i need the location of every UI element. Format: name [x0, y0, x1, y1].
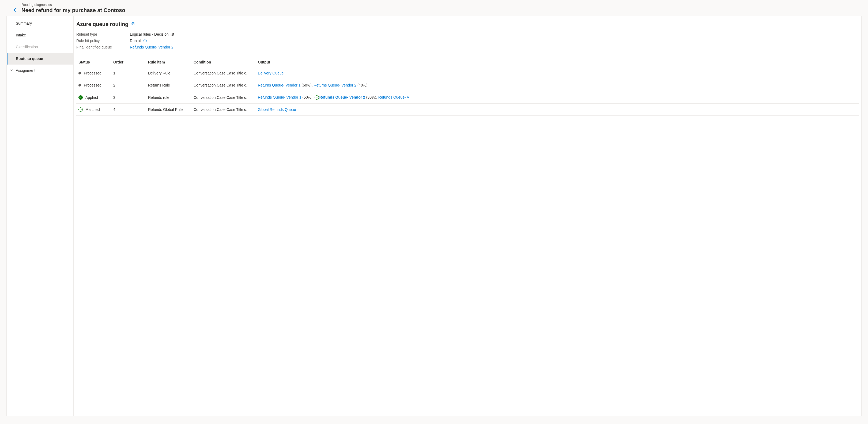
- order-cell: 1: [111, 67, 146, 79]
- main-title: Azure queue routing: [76, 21, 859, 27]
- sidebar-item-summary[interactable]: Summary: [7, 18, 73, 29]
- output-link[interactable]: Refunds Queue- Vendor 1: [258, 95, 302, 99]
- output-link[interactable]: Global Refunds Queue: [258, 108, 296, 112]
- rule-item-cell: Refunds Global Rule: [146, 104, 191, 116]
- info-icon[interactable]: [143, 39, 147, 42]
- rules-table: Status Order Rule item Condition Output …: [76, 57, 859, 116]
- rule-hit-policy-label: Rule hit policy: [76, 38, 130, 43]
- status-text: Processed: [84, 83, 101, 87]
- back-arrow-icon[interactable]: [13, 7, 18, 13]
- condition-cell: Conversation.Case.Case Title c…: [191, 91, 256, 104]
- rule-hit-policy-value: Run all: [130, 38, 147, 43]
- status-check-solid-icon: [79, 95, 83, 100]
- status-dot-icon: [79, 84, 81, 87]
- status-check-outline-icon: [79, 108, 83, 112]
- ruleset-type-value: Logical rules - Decision list: [130, 32, 174, 36]
- status-dot-icon: [79, 72, 81, 74]
- output-cell: Returns Queue- Vendor 1 (60%), Returns Q…: [256, 79, 859, 91]
- chevron-down-icon: [10, 69, 12, 72]
- output-link[interactable]: Refunds Queue- Vendor 2: [319, 95, 365, 99]
- svg-rect-2: [145, 40, 145, 41]
- popout-icon[interactable]: [130, 22, 135, 27]
- output-link[interactable]: Returns Queue- Vendor 2: [314, 83, 356, 87]
- output-link[interactable]: Returns Queue- Vendor 1: [258, 83, 301, 87]
- ruleset-type-label: Ruleset type: [76, 32, 130, 36]
- final-queue-link[interactable]: Refunds Queue- Vendor 2: [130, 45, 174, 49]
- sidebar-item-route-to-queue[interactable]: Route to queue: [7, 53, 73, 65]
- page-header: Routing diagnostics Need refund for my p…: [0, 0, 868, 16]
- rule-item-cell: Delivery Rule: [146, 67, 191, 79]
- sidebar: Summary Intake Classification Route to q…: [7, 16, 74, 416]
- table-row[interactable]: Processed1Delivery RuleConversation.Case…: [76, 67, 859, 79]
- sidebar-item-assignment[interactable]: Assignment: [7, 65, 73, 76]
- col-header-status[interactable]: Status: [76, 57, 111, 67]
- final-queue-label: Final identified queue: [76, 45, 130, 49]
- rule-item-cell: Returns Rule: [146, 79, 191, 91]
- sidebar-item-label: Assignment: [16, 68, 35, 72]
- output-link[interactable]: Delivery Queue: [258, 71, 284, 75]
- table-row[interactable]: Matched4Refunds Global RuleConversation.…: [76, 104, 859, 116]
- rule-item-cell: Refunds rule: [146, 91, 191, 104]
- output-suffix: (60%),: [301, 83, 314, 87]
- order-cell: 2: [111, 79, 146, 91]
- table-row[interactable]: Applied3Refunds ruleConversation.Case.Ca…: [76, 91, 859, 104]
- output-cell: Refunds Queue- Vendor 1 (50%), Refunds Q…: [256, 91, 859, 104]
- breadcrumb: Routing diagnostics: [22, 3, 863, 7]
- output-suffix: (50%),: [302, 95, 315, 99]
- output-check-outline-icon: [315, 95, 319, 100]
- sidebar-item-intake[interactable]: Intake: [7, 29, 73, 41]
- output-link[interactable]: Refunds Queue- V: [378, 95, 409, 99]
- output-cell: Delivery Queue: [256, 67, 859, 79]
- col-header-condition[interactable]: Condition: [191, 57, 256, 67]
- col-header-order[interactable]: Order: [111, 57, 146, 67]
- col-header-rule-item[interactable]: Rule item: [146, 57, 191, 67]
- table-row[interactable]: Processed2Returns RuleConversation.Case.…: [76, 79, 859, 91]
- order-cell: 3: [111, 91, 146, 104]
- col-header-output[interactable]: Output: [256, 57, 859, 67]
- status-text: Processed: [84, 71, 101, 75]
- output-cell: Global Refunds Queue: [256, 104, 859, 116]
- status-text: Applied: [85, 95, 98, 100]
- page-title: Need refund for my purchase at Contoso: [22, 7, 863, 13]
- output-suffix: (30%),: [365, 95, 378, 99]
- sidebar-item-classification: Classification: [7, 41, 73, 53]
- condition-cell: Conversation.Case.Case Title c…: [191, 104, 256, 116]
- status-text: Matched: [85, 108, 100, 112]
- output-suffix: (40%): [356, 83, 367, 87]
- condition-cell: Conversation.Case.Case Title c…: [191, 67, 256, 79]
- svg-point-1: [145, 40, 145, 40]
- order-cell: 4: [111, 104, 146, 116]
- condition-cell: Conversation.Case.Case Title c…: [191, 79, 256, 91]
- main-panel: Azure queue routing Ruleset type Logical…: [74, 16, 861, 416]
